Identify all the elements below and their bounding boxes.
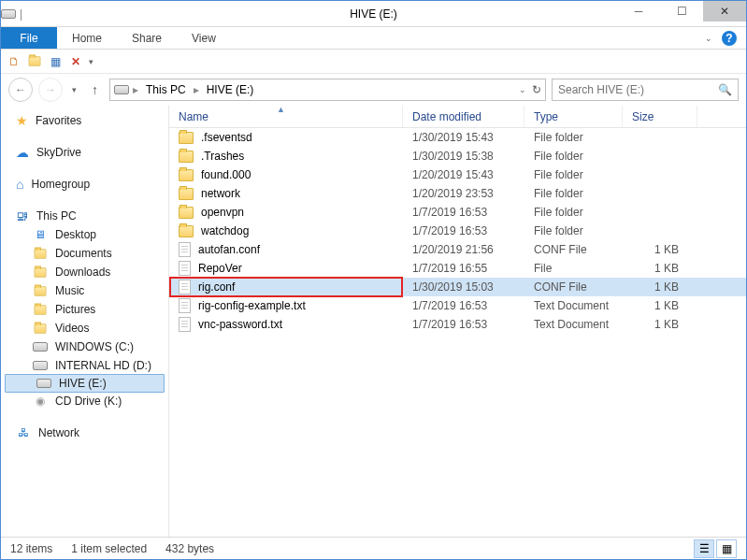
column-name[interactable]: Name [169,106,403,127]
nav-this-pc[interactable]: 🖳 This PC [1,207,168,225]
recent-locations-icon[interactable]: ▾ [68,85,80,94]
file-name: RepoVer [198,262,242,275]
search-icon[interactable]: 🔍 [718,83,732,96]
file-date: 1/7/2019 16:53 [403,318,524,331]
nav-network[interactable]: 🖧 Network [1,424,168,442]
column-headers: ▲ Name Date modified Type Size [169,106,746,128]
file-row[interactable]: .Trashes1/30/2019 15:38File folder [169,147,746,165]
quick-access-toolbar: 🗋 ▦ ✕ ▾ [1,50,746,74]
file-row[interactable]: openvpn1/7/2019 16:53File folder [169,203,746,222]
file-row[interactable]: watchdog1/7/2019 16:53File folder [169,222,746,240]
breadcrumb-this-pc[interactable]: This PC [142,83,190,96]
navigation-bar: ← → ▾ ↑ ▸ This PC ▸ HIVE (E:) ⌄ ↻ 🔍 [1,74,746,106]
drive-icon [33,358,48,373]
documents-icon [33,246,48,261]
nav-downloads[interactable]: Downloads [1,263,168,281]
file-row[interactable]: .fseventsd1/30/2019 15:43File folder [169,128,746,147]
nav-homegroup[interactable]: ⌂ Homegroup [1,175,168,194]
file-type: File folder [524,131,623,144]
drive-icon [33,339,48,354]
view-details-button[interactable]: ☰ [694,539,714,558]
folder-icon [179,207,194,219]
file-name: openvpn [201,206,244,219]
breadcrumb-separator-icon: ▸ [194,83,199,96]
minimize-button[interactable]: ─ [617,1,660,22]
nav-desktop[interactable]: 🖥Desktop [1,225,168,244]
tab-view[interactable]: View [177,27,231,49]
address-history-icon[interactable]: ⌄ [519,85,526,94]
maximize-button[interactable]: ☐ [660,1,703,22]
sort-ascending-icon: ▲ [277,105,285,114]
window-title: HIVE (E:) [350,7,397,21]
forward-button[interactable]: → [38,78,63,102]
address-bar[interactable]: ▸ This PC ▸ HIVE (E:) ⌄ ↻ [109,79,546,101]
search-input[interactable] [558,83,718,96]
file-name: autofan.conf [198,243,260,256]
nav-cd-drive-k[interactable]: ◉CD Drive (K:) [1,392,168,410]
music-icon [33,283,48,298]
desktop-icon: 🖥 [33,227,48,242]
nav-favorites[interactable]: ★ Favorites [1,111,168,130]
file-date: 1/7/2019 16:53 [403,224,524,237]
ribbon-expand-icon[interactable]: ⌄ [705,34,712,43]
folder-icon [179,225,194,237]
delete-icon[interactable]: ✕ [68,54,83,69]
nav-skydrive[interactable]: ☁ SkyDrive [1,143,168,162]
videos-icon [33,321,48,336]
file-row[interactable]: network1/20/2019 23:53File folder [169,184,746,203]
properties-icon[interactable]: ▦ [48,54,63,69]
folder-icon [179,188,194,200]
file-row[interactable]: vnc-password.txt1/7/2019 16:53Text Docum… [169,315,746,334]
file-icon [179,242,191,257]
favorites-icon: ★ [16,113,28,128]
view-icons-button[interactable]: ▦ [716,539,737,558]
up-button[interactable]: ↑ [86,82,104,97]
column-size[interactable]: Size [623,106,697,127]
file-row[interactable]: rig-config-example.txt1/7/2019 16:53Text… [169,296,746,315]
nav-documents[interactable]: Documents [1,244,168,263]
back-button[interactable]: ← [8,78,33,102]
file-date: 1/30/2019 15:03 [403,280,524,294]
network-icon: 🖧 [16,425,31,440]
nav-videos[interactable]: Videos [1,319,168,337]
nav-windows-c[interactable]: WINDOWS (C:) [1,337,168,356]
toolbar-dropdown-icon[interactable]: ▾ [89,57,93,66]
file-name: watchdog [201,224,249,237]
search-box[interactable]: 🔍 [552,79,739,101]
file-icon [179,280,191,294]
status-selection: 1 item selected [71,542,147,555]
file-name: found.000 [201,168,251,181]
refresh-icon[interactable]: ↻ [532,83,541,96]
nav-internal-hd-d[interactable]: INTERNAL HD (D:) [1,356,168,375]
titlebar-separator: | [16,7,26,21]
file-row[interactable]: RepoVer1/7/2019 16:55File1 KB [169,259,746,278]
nav-music[interactable]: Music [1,281,168,300]
nav-hive-e[interactable]: HIVE (E:) [5,374,165,393]
breadcrumb-hive[interactable]: HIVE (E:) [203,83,258,96]
file-icon [179,261,191,276]
tab-share[interactable]: Share [117,27,177,49]
new-folder-icon[interactable] [27,54,42,69]
file-type: File folder [524,168,623,181]
help-icon[interactable]: ? [722,31,737,46]
file-name: vnc-password.txt [198,318,282,331]
file-name: rig-config-example.txt [198,299,306,312]
file-type: File folder [524,187,623,200]
file-row[interactable]: found.0001/20/2019 15:43File folder [169,165,746,184]
tab-home[interactable]: Home [57,27,117,49]
title-bar: | HIVE (E:) ─ ☐ ✕ [1,1,746,27]
close-button[interactable]: ✕ [703,1,746,22]
file-row[interactable]: autofan.conf1/20/2019 21:56CONF File1 KB [169,240,746,259]
file-row[interactable]: rig.conf1/30/2019 15:03CONF File1 KB [169,278,746,296]
file-name: network [201,187,240,200]
status-bar: 12 items 1 item selected 432 bytes ☰ ▦ [1,537,746,559]
column-date[interactable]: Date modified [403,106,524,127]
new-document-icon[interactable]: 🗋 [7,54,22,69]
navigation-pane: ★ Favorites ☁ SkyDrive ⌂ Homegroup 🖳 Thi… [1,106,169,537]
nav-pictures[interactable]: Pictures [1,300,168,319]
file-tab[interactable]: File [1,27,57,49]
pc-icon: 🖳 [16,208,29,223]
column-type[interactable]: Type [524,106,623,127]
pictures-icon [33,302,48,317]
file-type: File folder [524,150,623,163]
